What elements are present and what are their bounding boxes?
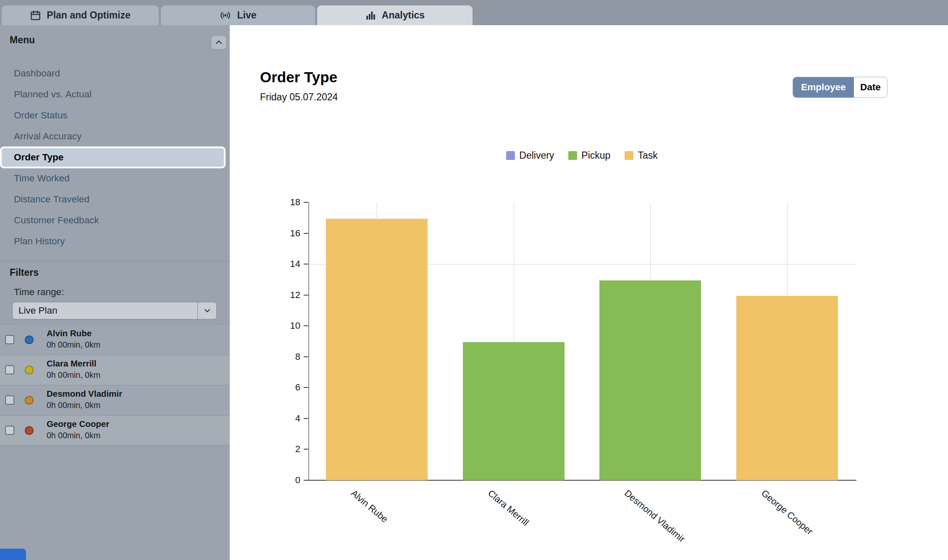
- y-axis-tick-mark: [304, 295, 308, 296]
- employee-row-clara-merrill[interactable]: Clara Merrill0h 00min, 0km: [0, 355, 230, 385]
- employee-checkbox[interactable]: [5, 426, 14, 435]
- tab-label: Analytics: [382, 10, 425, 21]
- employee-color-dot: [25, 426, 34, 435]
- employee-row-alvin-rube[interactable]: Alvin Rube0h 00min, 0km: [0, 324, 230, 355]
- x-axis-label-alvin-rube: Alvin Rube: [349, 488, 390, 525]
- y-axis-tick-label: 2: [267, 443, 300, 455]
- x-axis-label-clara-merrill: Clara Merrill: [486, 488, 531, 528]
- y-axis-tick-label: 0: [267, 474, 300, 487]
- tab-live[interactable]: Live: [161, 5, 315, 25]
- y-axis-tick-label: 10: [267, 319, 300, 332]
- y-axis-tick-label: 14: [267, 258, 300, 270]
- order-type-chart: 024681012141618Alvin RubeClara MerrillDe…: [230, 25, 948, 560]
- sidebar-item-arrival-accuracy[interactable]: Arrival Accuracy: [0, 126, 230, 147]
- y-axis-tick-mark: [304, 202, 308, 203]
- y-axis-line: [308, 202, 309, 480]
- bar-segment-pickup-clara-merrill: [463, 341, 565, 480]
- sidebar: Menu DashboardPlanned vs. ActualOrder St…: [0, 25, 230, 560]
- employee-row-desmond-vladimir[interactable]: Desmond Vladimir0h 00min, 0km: [0, 385, 230, 415]
- time-range-label: Time range:: [14, 287, 64, 298]
- calendar-icon: [30, 10, 41, 21]
- chevron-up-icon: [215, 39, 222, 46]
- sidebar-item-customer-feedback[interactable]: Customer Feedback: [0, 210, 230, 231]
- x-axis-label-desmond-vladimir: Desmond Vladimir: [622, 488, 687, 544]
- employee-name: George Cooper: [47, 419, 109, 429]
- y-axis-tick-mark: [304, 387, 308, 388]
- bar-chart-icon: [365, 10, 376, 21]
- sidebar-item-time-worked[interactable]: Time Worked: [0, 168, 230, 189]
- employee-name: Desmond Vladimir: [47, 389, 122, 399]
- tab-label: Live: [237, 10, 256, 21]
- employee-stats: 0h 00min, 0km: [47, 431, 100, 440]
- y-axis-tick-label: 18: [267, 196, 300, 209]
- y-axis-tick-label: 8: [267, 351, 300, 363]
- employee-row-george-cooper[interactable]: George Cooper0h 00min, 0km: [0, 415, 230, 445]
- employee-checkbox[interactable]: [5, 335, 14, 344]
- time-range-select[interactable]: Live Plan: [12, 302, 217, 319]
- sidebar-item-planned-vs-actual[interactable]: Planned vs. Actual: [0, 84, 230, 105]
- time-range-value: Live Plan: [13, 305, 197, 316]
- y-axis-tick-mark: [304, 449, 308, 450]
- bar-segment-pickup-desmond-vladimir: [599, 280, 701, 480]
- tab-analytics[interactable]: Analytics: [317, 5, 473, 25]
- y-axis-tick-mark: [304, 356, 308, 357]
- collapse-menu-button[interactable]: [211, 35, 227, 50]
- tab-plan-and-optimize[interactable]: Plan and Optimize: [2, 5, 159, 25]
- y-axis-tick-label: 4: [267, 412, 300, 425]
- chevron-down-icon: [197, 302, 216, 319]
- employee-stats: 0h 00min, 0km: [47, 370, 100, 380]
- sidebar-item-distance-traveled[interactable]: Distance Traveled: [0, 189, 230, 210]
- y-axis-tick-mark: [304, 480, 308, 481]
- top-tab-bar: Plan and Optimize Live Analytics: [0, 0, 948, 25]
- sidebar-item-dashboard[interactable]: Dashboard: [0, 63, 230, 84]
- employee-color-dot: [25, 335, 34, 344]
- y-axis-tick-mark: [304, 233, 308, 234]
- main-content: Order Type Friday 05.07.2024 Employee Da…: [230, 25, 948, 560]
- y-axis-tick-label: 12: [267, 289, 300, 301]
- y-axis-tick-mark: [304, 418, 308, 419]
- employee-stats: 0h 00min, 0km: [47, 400, 100, 410]
- employee-color-dot: [25, 366, 34, 374]
- y-axis-tick-label: 6: [267, 381, 300, 394]
- employee-name: Alvin Rube: [47, 328, 92, 338]
- cut-off-blue-button[interactable]: [0, 549, 26, 560]
- sidebar-item-order-type[interactable]: Order Type: [0, 147, 226, 168]
- y-axis-tick-label: 16: [267, 227, 300, 240]
- employee-name: Clara Merrill: [47, 359, 97, 369]
- live-signal-icon: [219, 10, 231, 21]
- sidebar-menu-list: DashboardPlanned vs. ActualOrder StatusA…: [0, 63, 230, 252]
- employee-checkbox[interactable]: [5, 365, 14, 374]
- menu-title: Menu: [10, 34, 35, 46]
- bar-segment-task-alvin-rube: [326, 218, 428, 480]
- x-axis-label-george-cooper: George Cooper: [759, 488, 815, 537]
- y-axis-tick-mark: [304, 325, 308, 326]
- employee-stats: 0h 00min, 0km: [47, 340, 100, 350]
- employee-checkbox[interactable]: [5, 395, 14, 405]
- sidebar-item-plan-history[interactable]: Plan History: [0, 231, 230, 252]
- bar-segment-task-george-cooper: [736, 295, 838, 480]
- employee-color-dot: [25, 396, 34, 405]
- filters-section: Filters Time range: Live Plan Alvin Rube…: [0, 261, 230, 560]
- sidebar-item-order-status[interactable]: Order Status: [0, 105, 230, 126]
- y-axis-tick-mark: [304, 264, 308, 264]
- employee-list: Alvin Rube0h 00min, 0kmClara Merrill0h 0…: [0, 324, 230, 445]
- filters-title: Filters: [10, 267, 39, 278]
- tab-label: Plan and Optimize: [47, 10, 130, 21]
